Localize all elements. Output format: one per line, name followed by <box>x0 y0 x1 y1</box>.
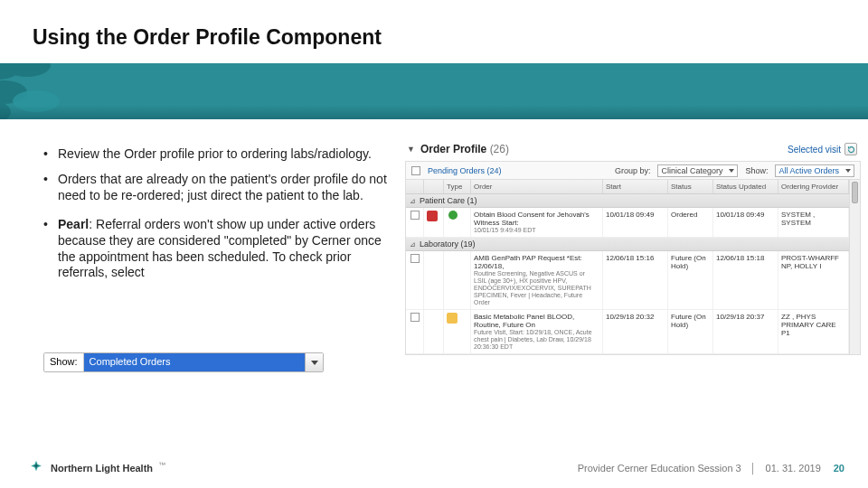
panel-count: (26) <box>490 143 509 155</box>
table-row[interactable]: Obtain Blood Consent for Jehovah's Witne… <box>406 208 849 238</box>
vertical-scrollbar[interactable] <box>849 180 860 354</box>
brand-logo: Northern Light Health ™ <box>27 459 165 477</box>
show-dropdown[interactable]: Show: Completed Orders <box>43 352 324 372</box>
table-header: Type Order Start Status Status Updated O… <box>406 180 849 194</box>
bullet-2: Orders that are already on the patient's… <box>58 172 387 204</box>
show-dropdown-value: Completed Orders <box>84 353 305 371</box>
bullet-3: Pearl: Referral orders won't show up und… <box>58 217 387 282</box>
show-label: Show: <box>745 166 768 175</box>
body-text: •Review the Order profile prior to order… <box>43 146 387 290</box>
table-row[interactable]: Basic Metabolic Panel BLOOD, Routine, Fu… <box>406 310 849 354</box>
type-icon <box>447 313 458 324</box>
refresh-icon[interactable] <box>844 143 857 155</box>
footer: Northern Light Health ™ Provider Cerner … <box>0 459 868 477</box>
groupby-label: Group by: <box>615 166 651 175</box>
star-icon <box>27 459 45 477</box>
type-icon <box>448 211 458 220</box>
group-patient-care[interactable]: ⊿Patient Care (1) <box>406 194 849 208</box>
pending-orders-link[interactable]: Pending Orders (24) <box>428 166 502 175</box>
page-title: Using the Order Profile Component <box>33 25 382 50</box>
page-number: 20 <box>834 463 844 474</box>
bullet-1: Review the Order profile prior to orderi… <box>58 146 387 163</box>
row-checkbox[interactable] <box>410 254 420 263</box>
collapse-icon[interactable]: ▼ <box>407 145 415 154</box>
table-row[interactable]: AMB GenPath PAP Request *Est: 12/06/18,R… <box>406 251 849 310</box>
panel-title: Order Profile <box>420 143 486 155</box>
show-select[interactable]: All Active Orders <box>775 164 854 177</box>
chevron-down-icon[interactable] <box>305 353 323 371</box>
row-checkbox[interactable] <box>410 211 420 220</box>
svg-point-4 <box>13 90 60 112</box>
alert-icon <box>427 211 438 221</box>
filter-bar: Pending Orders (24) Group by: Clinical C… <box>405 161 861 179</box>
order-profile-panel: ▼ Order Profile (26) Selected visit Pend… <box>405 143 861 355</box>
pending-checkbox[interactable] <box>411 166 420 175</box>
show-dropdown-label: Show: <box>44 353 84 371</box>
header-band <box>0 63 868 119</box>
orders-table: Type Order Start Status Status Updated O… <box>405 179 861 355</box>
footer-date: 01. 31. 2019 <box>766 463 821 474</box>
group-laboratory[interactable]: ⊿Laboratory (19) <box>406 238 849 251</box>
session-label: Provider Cerner Education Session 3 <box>578 463 741 474</box>
groupby-select[interactable]: Clinical Category <box>657 164 738 177</box>
selected-visit-label: Selected visit <box>788 145 841 155</box>
row-checkbox[interactable] <box>410 313 420 322</box>
